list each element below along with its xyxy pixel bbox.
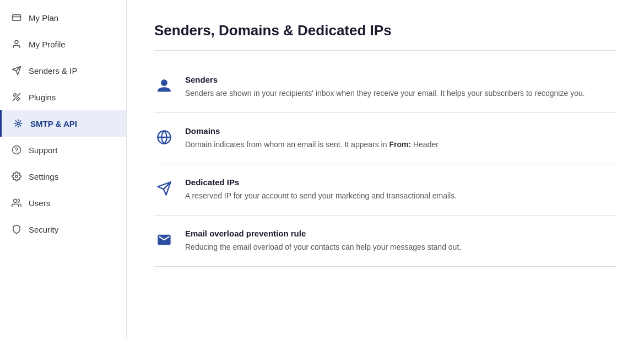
sidebar-item-settings[interactable]: Settings bbox=[0, 163, 126, 190]
domains-desc: Domain indicates from whom an email is s… bbox=[185, 139, 616, 150]
domains-section[interactable]: Domains Domain indicates from whom an em… bbox=[154, 113, 616, 164]
domains-desc-bold: From: bbox=[389, 140, 411, 149]
page-title: Senders, Domains & Dedicated IPs bbox=[154, 22, 616, 39]
senders-section[interactable]: Senders Senders are shown in your recipi… bbox=[154, 62, 616, 113]
sender-icon bbox=[154, 76, 174, 96]
sidebar-item-senders-ip[interactable]: Senders & IP bbox=[0, 57, 126, 84]
sidebar: My Plan My Profile Senders & IP bbox=[0, 0, 127, 339]
main-content: Senders, Domains & Dedicated IPs Senders… bbox=[127, 0, 644, 339]
dedicated-ips-desc: A reserved IP for your account to send y… bbox=[185, 190, 616, 202]
email-overload-desc: Reducing the email overload of your cont… bbox=[185, 241, 616, 253]
sidebar-item-label: My Plan bbox=[29, 13, 58, 23]
sidebar-item-label: Plugins bbox=[29, 93, 56, 102]
svg-point-8 bbox=[15, 175, 18, 178]
sidebar-item-label: Settings bbox=[29, 172, 58, 181]
domains-title: Domains bbox=[185, 126, 616, 136]
support-icon bbox=[11, 144, 22, 155]
send-icon bbox=[11, 65, 22, 76]
senders-content: Senders Senders are shown in your recipi… bbox=[185, 75, 616, 99]
email-overload-section[interactable]: Email overload prevention rule Reducing … bbox=[154, 216, 616, 267]
sidebar-item-label: My Profile bbox=[29, 40, 66, 49]
domains-desc-plain: Domain indicates from whom an email is s… bbox=[185, 140, 389, 149]
title-divider bbox=[154, 50, 616, 51]
credit-card-icon bbox=[11, 12, 22, 23]
senders-desc: Senders are shown in your recipients' in… bbox=[185, 88, 616, 99]
senders-title: Senders bbox=[185, 75, 616, 84]
domains-desc-end: Header bbox=[411, 140, 439, 149]
sidebar-item-smtp-api[interactable]: SMTP & API bbox=[0, 110, 126, 137]
user-icon bbox=[11, 39, 22, 50]
dedicated-ips-section[interactable]: Dedicated IPs A reserved IP for your acc… bbox=[154, 164, 616, 216]
section-list: Senders Senders are shown in your recipi… bbox=[154, 62, 616, 267]
sidebar-item-label: SMTP & API bbox=[30, 119, 77, 128]
users-icon bbox=[11, 197, 22, 208]
sidebar-item-label: Security bbox=[29, 225, 58, 234]
domains-icon bbox=[154, 127, 174, 147]
svg-point-2 bbox=[15, 40, 18, 44]
plug-icon bbox=[11, 92, 22, 103]
sidebar-item-label: Support bbox=[29, 146, 58, 155]
sidebar-item-label: Users bbox=[29, 198, 50, 208]
sidebar-item-my-plan[interactable]: My Plan bbox=[0, 4, 126, 31]
sidebar-item-plugins[interactable]: Plugins bbox=[0, 84, 126, 110]
settings-icon bbox=[11, 171, 22, 182]
dedicated-ips-title: Dedicated IPs bbox=[185, 177, 616, 187]
svg-rect-0 bbox=[13, 15, 21, 21]
svg-point-9 bbox=[14, 199, 17, 202]
domains-content: Domains Domain indicates from whom an em… bbox=[185, 126, 616, 150]
sidebar-item-my-profile[interactable]: My Profile bbox=[0, 31, 126, 57]
sidebar-item-users[interactable]: Users bbox=[0, 190, 126, 216]
email-overload-content: Email overload prevention rule Reducing … bbox=[185, 229, 616, 253]
dedicated-ips-content: Dedicated IPs A reserved IP for your acc… bbox=[185, 177, 616, 202]
shield-icon bbox=[11, 224, 22, 235]
sidebar-item-support[interactable]: Support bbox=[0, 137, 126, 163]
sidebar-item-label: Senders & IP bbox=[29, 66, 77, 76]
svg-point-5 bbox=[17, 122, 20, 125]
email-overload-title: Email overload prevention rule bbox=[185, 229, 616, 238]
email-icon bbox=[154, 230, 174, 250]
sidebar-item-security[interactable]: Security bbox=[0, 216, 126, 243]
api-icon bbox=[13, 118, 24, 129]
ip-icon bbox=[154, 179, 174, 198]
